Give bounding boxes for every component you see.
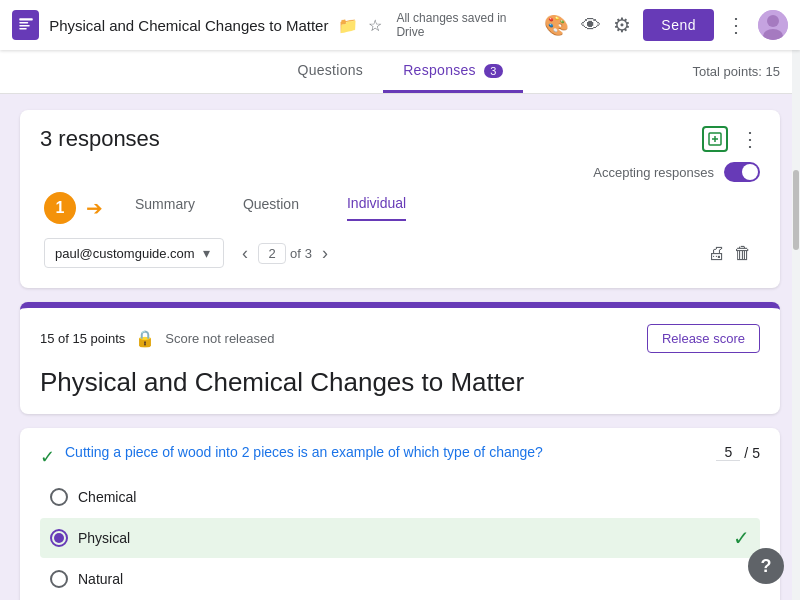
score-header: 15 of 15 points 🔒 Score not released Rel… [40, 324, 760, 353]
selected-email: paul@customguide.com [55, 246, 195, 261]
score-points: 15 of 15 points [40, 331, 125, 346]
question-text: Cutting a piece of wood into 2 pieces is… [65, 444, 704, 460]
star-icon[interactable]: ☆ [368, 16, 382, 35]
option-physical: Physical ✓ [40, 518, 760, 558]
svg-rect-2 [19, 25, 30, 27]
svg-rect-1 [19, 22, 28, 24]
email-dropdown[interactable]: paul@customguide.com ▾ [44, 238, 224, 268]
option-radio-physical [50, 529, 68, 547]
main-content: 3 responses ⋮ Accepting responses 1 [0, 94, 800, 600]
score-card: 15 of 15 points 🔒 Score not released Rel… [20, 302, 780, 414]
subtab-question[interactable]: Question [243, 196, 299, 220]
option-correct-icon: ✓ [733, 526, 750, 550]
subtab-individual[interactable]: Individual [347, 195, 406, 221]
form-title: Physical and Chemical Changes to Matter [40, 367, 760, 398]
option-chemical: Chemical [40, 480, 760, 514]
page-info: 2 of 3 [258, 243, 312, 264]
scrollbar-thumb[interactable] [793, 170, 799, 250]
settings-icon[interactable]: ⚙ [613, 13, 631, 37]
score-earned: 5 [716, 444, 740, 461]
avatar[interactable] [758, 10, 788, 40]
response-subtabs: Summary Question Individual [127, 195, 414, 221]
option-label-natural: Natural [78, 571, 123, 587]
scrollbar-track[interactable] [792, 50, 800, 600]
add-spreadsheet-icon[interactable] [702, 126, 728, 152]
responses-actions: ⋮ [702, 126, 760, 152]
score-not-released: Score not released [165, 331, 274, 346]
options-list: Chemical Physical ✓ Natural [40, 480, 760, 596]
tab-responses[interactable]: Responses 3 [383, 50, 522, 93]
current-page: 2 [258, 243, 286, 264]
option-label-chemical: Chemical [78, 489, 136, 505]
question-score: 5 / 5 [716, 444, 760, 461]
dropdown-arrow-icon: ▾ [203, 245, 210, 261]
score-separator: / [744, 445, 748, 461]
responses-header: 3 responses ⋮ [40, 126, 760, 152]
lock-icon: 🔒 [135, 329, 155, 348]
option-label-physical: Physical [78, 530, 130, 546]
main-tabbar: Questions Responses 3 Total points: 15 [0, 50, 800, 94]
question-correct-icon: ✓ [40, 446, 55, 468]
palette-icon[interactable]: 🎨 [544, 13, 569, 37]
responses-count: 3 responses [40, 126, 160, 152]
total-pages: 3 [305, 246, 312, 261]
responses-badge: 3 [484, 64, 502, 78]
svg-rect-0 [19, 18, 33, 20]
subtab-summary[interactable]: Summary [135, 196, 195, 220]
help-button[interactable]: ? [748, 548, 784, 584]
svg-point-5 [767, 15, 779, 27]
option-natural: Natural [40, 562, 760, 596]
tab-questions[interactable]: Questions [277, 50, 383, 93]
arrow-right-icon: ➔ [86, 196, 103, 220]
folder-icon[interactable]: 📁 [338, 16, 358, 35]
of-label: of [290, 246, 301, 261]
more-options-icon[interactable]: ⋮ [726, 13, 746, 37]
accepting-responses-row: Accepting responses [40, 162, 760, 182]
svg-rect-3 [19, 28, 27, 30]
total-points: Total points: 15 [693, 64, 780, 79]
option-radio-natural [50, 570, 68, 588]
send-button[interactable]: Send [643, 9, 714, 41]
save-status: All changes saved in Drive [396, 11, 524, 39]
delete-icon[interactable]: 🗑 [730, 239, 756, 268]
score-total: 5 [752, 445, 760, 461]
accepting-label: Accepting responses [593, 165, 714, 180]
navigation-row: paul@customguide.com ▾ ‹ 2 of 3 › 🖨 🗑 [40, 238, 760, 278]
step-indicator: 1 [44, 192, 76, 224]
question-row: ✓ Cutting a piece of wood into 2 pieces … [40, 444, 760, 468]
responses-card: 3 responses ⋮ Accepting responses 1 [20, 110, 780, 288]
preview-icon[interactable]: 👁 [581, 14, 601, 37]
app-icon [12, 10, 39, 40]
prev-page-button[interactable]: ‹ [236, 239, 254, 268]
page-navigation: ‹ 2 of 3 › [236, 239, 334, 268]
topbar-actions: 🎨 👁 ⚙ Send ⋮ [544, 9, 788, 41]
accepting-toggle[interactable] [724, 162, 760, 182]
topbar: Physical and Chemical Changes to Matter … [0, 0, 800, 50]
responses-more-icon[interactable]: ⋮ [740, 127, 760, 151]
option-radio-chemical [50, 488, 68, 506]
next-page-button[interactable]: › [316, 239, 334, 268]
document-title: Physical and Chemical Changes to Matter [49, 17, 328, 34]
question-card: ✓ Cutting a piece of wood into 2 pieces … [20, 428, 780, 600]
print-icon[interactable]: 🖨 [704, 239, 730, 268]
release-score-button[interactable]: Release score [647, 324, 760, 353]
